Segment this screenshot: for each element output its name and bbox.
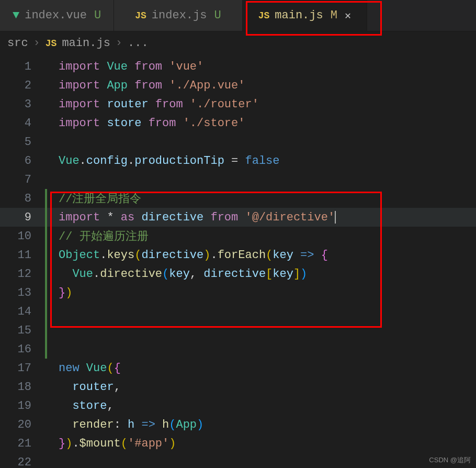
git-status-modified: M [331, 9, 337, 22]
code-line: 16 [0, 340, 476, 359]
code-line: 20 render: h => h(App) [0, 415, 476, 434]
line-number: 11 [0, 249, 45, 262]
line-number: 8 [0, 192, 45, 205]
git-gutter-added [45, 264, 47, 283]
code-line: 21}).$mount('#app') [0, 434, 476, 453]
code-line: 14 [0, 302, 476, 321]
line-number: 13 [0, 286, 45, 299]
git-gutter-added [45, 227, 47, 246]
tab-bar: ▼ index.vue U JS index.js U JS main.js M… [0, 0, 476, 31]
watermark: CSDN @追阿 [429, 455, 471, 465]
line-number: 3 [0, 98, 45, 111]
git-gutter-added [45, 208, 47, 227]
tab-index-js[interactable]: JS index.js U [114, 0, 242, 31]
code-line: 8//注册全局指令 [0, 189, 476, 208]
tab-filename: main.js [275, 9, 323, 22]
tab-filename: index.vue [25, 9, 87, 22]
code-line: 12 Vue.directive(key, directive[key]) [0, 264, 476, 283]
chevron-right-icon: › [116, 37, 122, 50]
js-icon: JS [135, 10, 146, 21]
breadcrumb-file[interactable]: main.js [62, 37, 110, 50]
text-cursor [335, 211, 336, 224]
git-status-untracked: U [94, 9, 101, 22]
line-number: 16 [0, 343, 45, 356]
line-number: 20 [0, 418, 45, 431]
line-number: 22 [0, 456, 45, 469]
code-line: 19 store, [0, 396, 476, 415]
code-line: 11Object.keys(directive).forEach(key => … [0, 246, 476, 264]
code-line: 13}) [0, 283, 476, 302]
line-number: 9 [0, 211, 45, 224]
line-number: 14 [0, 305, 45, 318]
line-number: 21 [0, 437, 45, 450]
tab-filename: index.js [152, 9, 207, 22]
code-line: 1import Vue from 'vue' [0, 57, 476, 76]
line-number: 10 [0, 230, 45, 243]
line-number: 1 [0, 60, 45, 73]
js-icon: JS [258, 10, 270, 21]
code-line: 10// 开始遍历注册 [0, 227, 476, 246]
line-number: 18 [0, 381, 45, 394]
line-number: 12 [0, 268, 45, 281]
tab-main-js[interactable]: JS main.js M ✕ [243, 0, 367, 31]
vue-icon: ▼ [13, 9, 19, 22]
breadcrumb-folder[interactable]: src [7, 37, 28, 50]
code-line: 22 [0, 453, 476, 468]
code-line: 15 [0, 321, 476, 340]
close-icon[interactable]: ✕ [345, 9, 351, 22]
code-line: 9import * as directive from '@/directive… [0, 208, 476, 227]
js-icon: JS [46, 38, 57, 49]
git-gutter-added [45, 189, 47, 208]
code-line: 6Vue.config.productionTip = false [0, 151, 476, 170]
git-gutter-added [45, 302, 47, 321]
code-line: 3import router from './router' [0, 95, 476, 114]
line-number: 6 [0, 154, 45, 168]
git-gutter-added [45, 246, 47, 264]
line-number: 4 [0, 117, 45, 130]
git-status-untracked: U [214, 9, 221, 22]
line-number: 5 [0, 136, 45, 149]
code-line: 4import store from './store' [0, 114, 476, 132]
code-line: 5 [0, 132, 476, 151]
line-number: 19 [0, 399, 45, 413]
code-line: 18 router, [0, 377, 476, 396]
line-number: 7 [0, 173, 45, 186]
git-gutter-added [45, 321, 47, 340]
code-line: 2import App from './App.vue' [0, 76, 476, 95]
line-number: 17 [0, 362, 45, 375]
tab-index-vue[interactable]: ▼ index.vue U [0, 0, 114, 31]
chevron-right-icon: › [33, 37, 40, 50]
git-gutter-added [45, 283, 47, 302]
breadcrumb-more[interactable]: ... [128, 37, 149, 50]
git-gutter-added [45, 340, 47, 359]
line-number: 15 [0, 324, 45, 337]
code-line: 7 [0, 170, 476, 189]
code-line: 17new Vue({ [0, 359, 476, 377]
line-number: 2 [0, 79, 45, 92]
code-editor[interactable]: 1import Vue from 'vue' 2import App from … [0, 55, 476, 468]
breadcrumb[interactable]: src › JS main.js › ... [0, 31, 476, 55]
